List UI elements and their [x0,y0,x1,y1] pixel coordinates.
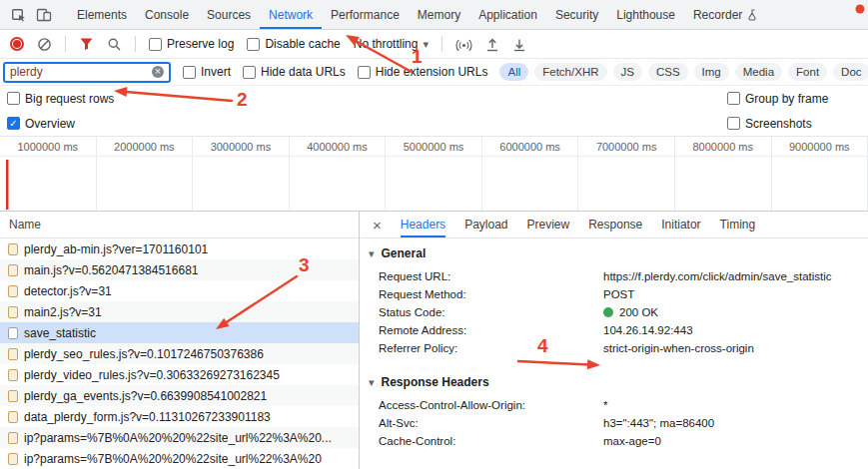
disable-cache-checkbox[interactable]: Disable cache [247,37,340,51]
general-section-header[interactable]: General [361,238,868,267]
record-network-log-icon[interactable] [10,37,24,51]
header-key: Request URL: [379,270,603,282]
tab-application[interactable]: Application [469,0,546,29]
header-key: Status Code: [379,306,603,318]
request-name: detector.js?v=31 [24,284,112,298]
request-row[interactable]: data_plerdy_form.js?v=0.1131026723390118… [0,406,359,427]
details-tab-bar: Headers Payload Preview Response Initiat… [361,212,868,238]
network-filter-input[interactable] [10,65,148,79]
header-key: Remote Address: [379,324,603,336]
hide-data-urls-checkbox[interactable]: Hide data URLs [243,65,346,79]
details-tab-payload[interactable]: Payload [464,212,507,237]
details-tab-initiator[interactable]: Initiator [661,212,700,237]
name-column-header[interactable]: Name [0,212,359,238]
request-name: plerdy_video_rules.js?v=0.30633269273162… [24,368,280,382]
import-har-icon[interactable] [485,37,499,52]
tab-console[interactable]: Console [136,0,198,29]
filter-input-box[interactable] [3,62,171,83]
search-icon[interactable] [107,37,122,52]
checkbox-checked-icon[interactable] [7,117,20,130]
network-conditions-icon[interactable] [455,37,472,52]
hide-extension-urls-label: Hide extension URLs [376,65,488,79]
details-tab-response[interactable]: Response [588,212,642,237]
header-value: POST [603,288,634,300]
checkbox-icon[interactable] [183,66,196,79]
response-headers-section-header[interactable]: Response Headers [361,367,868,396]
device-toolbar-icon[interactable] [33,4,55,26]
request-row[interactable]: plerdy_ab-min.js?ver=1701160101 [0,238,359,259]
overview-checkbox[interactable]: Overview [7,117,75,131]
tab-lighthouse[interactable]: Lighthouse [607,0,684,29]
close-details-icon[interactable] [373,218,382,233]
timeline-cell: 9000000 ms [772,137,868,211]
throttling-dropdown[interactable]: No throttling [354,37,429,51]
header-key: Request Method: [379,288,603,300]
details-tab-headers[interactable]: Headers [401,212,445,237]
toolbar-separator [65,36,66,52]
tab-sources[interactable]: Sources [198,0,260,29]
checkbox-icon[interactable] [243,66,256,79]
request-row[interactable]: plerdy_ga_events.js?v=0.6639908541002821 [0,385,359,406]
clear-filter-icon[interactable] [152,66,164,78]
request-row[interactable]: detector.js?v=31 [0,280,359,301]
network-toolbar: Preserve log Disable cache No throttling [0,30,868,59]
details-tab-preview[interactable]: Preview [527,212,570,237]
timeline-cell: 5000000 ms [386,137,482,211]
tab-security[interactable]: Security [546,0,607,29]
inspect-icon[interactable] [8,4,30,26]
filter-pill-media[interactable]: Media [735,63,782,81]
disclosure-triangle-icon [369,375,375,389]
request-name: plerdy_ga_events.js?v=0.6639908541002821 [24,389,267,403]
tab-performance[interactable]: Performance [322,0,409,29]
request-name: main.js?v=0.5620471384516681 [24,263,198,277]
script-file-icon [8,390,18,402]
timeline-tick-label: 7000000 ms [578,137,674,157]
tab-recorder[interactable]: Recorder [684,0,768,29]
filter-pill-doc[interactable]: Doc [833,63,868,81]
filter-pill-img[interactable]: Img [694,63,729,81]
request-name: ip?params=%7B%0A%20%20%22site_url%22%3A%… [24,452,322,466]
clear-network-log-icon[interactable] [37,37,52,52]
request-name: main2.js?v=31 [24,305,102,319]
status-code-text: 200 OK [619,306,658,318]
throttling-value: No throttling [354,37,419,51]
request-name: plerdy_seo_rules.js?v=0.1017246750376386 [24,347,264,361]
checkbox-icon[interactable] [727,92,740,105]
script-file-icon [8,264,18,276]
tab-elements[interactable]: Elements [68,0,136,29]
preserve-log-checkbox[interactable]: Preserve log [149,37,234,51]
checkbox-icon[interactable] [727,117,740,130]
checkbox-icon[interactable] [247,38,260,51]
filter-pill-font[interactable]: Font [788,63,827,81]
network-overview-timeline[interactable]: 1000000 ms 2000000 ms 3000000 ms 4000000… [0,136,868,212]
group-by-frame-checkbox[interactable]: Group by frame [727,92,828,106]
filter-pill-fetch-xhr[interactable]: Fetch/XHR [534,63,606,81]
filter-pill-css[interactable]: CSS [648,63,688,81]
checkbox-icon[interactable] [358,66,371,79]
filter-pill-js[interactable]: JS [613,63,642,81]
invert-checkbox[interactable]: Invert [183,65,231,79]
request-row[interactable]: plerdy_seo_rules.js?v=0.1017246750376386 [0,343,359,364]
big-request-rows-checkbox[interactable]: Big request rows [7,92,114,106]
header-key: Referrer Policy: [379,342,603,354]
request-row[interactable]: ip?params=%7B%0A%20%20%22site_url%22%3A%… [0,448,359,469]
screenshots-checkbox[interactable]: Screenshots [727,117,812,131]
request-row[interactable]: ip?params=%7B%0A%20%20%22site_url%22%3A%… [0,427,359,448]
export-har-icon[interactable] [512,37,526,52]
hide-extension-urls-checkbox[interactable]: Hide extension URLs [358,65,488,79]
details-tab-timing[interactable]: Timing [720,212,756,237]
request-row-selected[interactable]: save_statistic [0,322,359,343]
checkbox-icon[interactable] [149,38,162,51]
request-list: plerdy_ab-min.js?ver=1701160101 main.js?… [0,238,359,469]
header-value: * [603,399,607,411]
tab-memory[interactable]: Memory [409,0,469,29]
request-row[interactable]: plerdy_video_rules.js?v=0.30633269273162… [0,364,359,385]
filter-funnel-icon[interactable] [79,37,94,51]
status-ok-dot [603,307,613,317]
script-file-icon [8,285,18,297]
checkbox-icon[interactable] [7,92,20,105]
tab-network[interactable]: Network [260,0,322,29]
filter-pill-all[interactable]: All [499,63,528,81]
request-row[interactable]: main2.js?v=31 [0,301,359,322]
request-row[interactable]: main.js?v=0.5620471384516681 [0,259,359,280]
